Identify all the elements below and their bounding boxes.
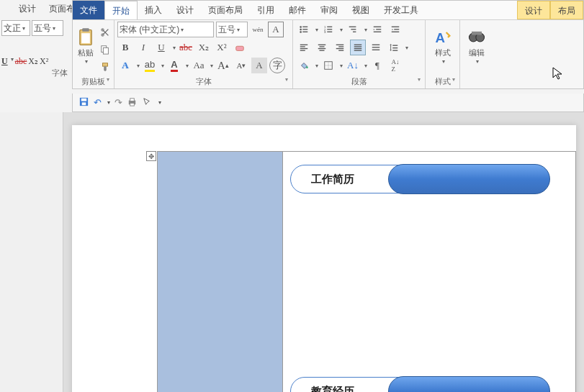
bg-strike-button[interactable]: abc: [15, 56, 27, 67]
left-gutter: [0, 112, 63, 392]
sort-button[interactable]: A↓: [345, 58, 361, 73]
tab-mail[interactable]: 邮件: [282, 1, 313, 19]
align-distribute-button[interactable]: [368, 40, 384, 55]
underline-button[interactable]: U: [153, 40, 169, 55]
phonetic-guide-button[interactable]: wén: [250, 22, 266, 37]
layout-table[interactable]: 工作简历 教育经历: [157, 151, 576, 392]
highlight-dd[interactable]: ▾: [161, 63, 164, 69]
svg-point-9: [300, 26, 302, 28]
numbering-dd[interactable]: ▾: [340, 27, 343, 33]
font-color-button[interactable]: A: [166, 58, 182, 73]
tab-dev[interactable]: 开发工具: [377, 1, 426, 19]
highlight-button[interactable]: ab: [142, 58, 158, 73]
font-size-combo[interactable]: 五号▾: [216, 22, 248, 37]
undo-dd[interactable]: ▾: [107, 99, 110, 106]
tab-home[interactable]: 开始: [104, 1, 138, 19]
font-color-dd[interactable]: ▾: [186, 63, 189, 69]
bg-font-combo[interactable]: 文正▾: [1, 20, 30, 36]
line-spacing-dd[interactable]: ▾: [405, 45, 408, 51]
shrink-font-button[interactable]: A▾: [233, 58, 249, 73]
bg-underline-dd[interactable]: ▾: [11, 56, 14, 67]
italic-button[interactable]: I: [135, 40, 151, 55]
text-effects-button[interactable]: A: [117, 58, 133, 73]
tab-context-layout[interactable]: 布局: [550, 1, 583, 19]
section-pill-2[interactable]: 教育经历: [290, 377, 549, 392]
bg-tab-design[interactable]: 设计: [13, 1, 42, 16]
save-button[interactable]: [78, 96, 89, 109]
table-side-column[interactable]: [158, 152, 283, 392]
paste-dd[interactable]: ▾: [85, 58, 88, 65]
multilevel-dd[interactable]: ▾: [364, 27, 367, 33]
group-styles: A 样式 ▾ 样式: [426, 20, 460, 88]
indent-increase-button[interactable]: [387, 22, 403, 37]
align-justify-button[interactable]: [350, 40, 366, 55]
table-main-column[interactable]: 工作简历 教育经历: [283, 152, 575, 392]
line-spacing-button[interactable]: [386, 40, 402, 55]
tab-reference[interactable]: 引用: [250, 1, 282, 19]
section-pill-2-shape[interactable]: [388, 376, 550, 392]
align-left-button[interactable]: [296, 40, 312, 55]
editing-dd[interactable]: ▾: [476, 58, 479, 65]
copy-button[interactable]: [97, 42, 113, 58]
multilevel-button[interactable]: [345, 22, 361, 37]
strike-button[interactable]: abc: [178, 40, 194, 55]
undo-button[interactable]: ↶: [94, 97, 102, 108]
numbering-button[interactable]: 123: [320, 22, 336, 37]
indent-decrease-button[interactable]: [369, 22, 385, 37]
qat-custom-button[interactable]: [142, 96, 153, 109]
shading-dd[interactable]: ▾: [315, 63, 318, 69]
clear-format-button[interactable]: [232, 40, 248, 55]
tab-design[interactable]: 设计: [169, 1, 201, 19]
shading-button[interactable]: [296, 58, 312, 73]
show-marks-button[interactable]: ¶: [369, 58, 385, 73]
borders-dd[interactable]: ▾: [340, 63, 343, 69]
bullets-dd[interactable]: ▾: [315, 27, 318, 33]
bullets-button[interactable]: [296, 22, 312, 37]
table-move-handle[interactable]: ✥: [146, 151, 156, 161]
qat-custom-dd[interactable]: ▾: [158, 99, 161, 106]
tab-review[interactable]: 审阅: [313, 1, 345, 19]
section-pill-1-shape[interactable]: [388, 164, 550, 194]
char-border-button[interactable]: A: [268, 22, 284, 37]
underline-dd[interactable]: ▾: [173, 45, 176, 51]
enclose-char-button[interactable]: 字: [269, 58, 285, 73]
bold-button[interactable]: B: [117, 40, 133, 55]
paste-button[interactable]: 粘贴 ▾: [76, 22, 96, 70]
cut-button[interactable]: [97, 24, 113, 40]
bg-underline-button[interactable]: U: [1, 56, 8, 67]
align-center-button[interactable]: [314, 40, 330, 55]
bg-superscript-button[interactable]: X²: [40, 56, 48, 67]
superscript-button[interactable]: X²: [214, 40, 230, 55]
styles-dd[interactable]: ▾: [442, 58, 445, 65]
text-effects-dd[interactable]: ▾: [137, 63, 140, 69]
grow-font-button[interactable]: A▴: [215, 58, 231, 73]
tab-view[interactable]: 视图: [345, 1, 377, 19]
sort-dd[interactable]: ▾: [364, 63, 367, 69]
editing-button[interactable]: 编辑 ▾: [463, 22, 490, 70]
format-painter-button[interactable]: [97, 59, 113, 75]
styles-button[interactable]: A 样式 ▾: [428, 22, 457, 70]
redo-button[interactable]: ↷: [114, 97, 122, 108]
tab-insert[interactable]: 插入: [138, 1, 169, 19]
svg-rect-21: [349, 27, 356, 27]
cursor-select-icon: [142, 96, 153, 107]
document-page[interactable]: ✥ 工作简历 教育经历: [72, 125, 576, 392]
change-case-dd[interactable]: ▾: [210, 63, 213, 69]
bg-subscript-button[interactable]: X₂: [28, 56, 38, 67]
section-pill-1[interactable]: 工作简历: [290, 165, 549, 193]
sort-az-button[interactable]: A↓Z: [387, 58, 403, 73]
print-preview-button[interactable]: [127, 96, 138, 109]
bg-size-combo[interactable]: 五号▾: [32, 20, 63, 36]
align-right-button[interactable]: [332, 40, 348, 55]
font-name-combo[interactable]: 宋体 (中文正文)▾: [117, 22, 214, 37]
tab-context-design[interactable]: 设计: [517, 1, 550, 19]
char-shading-button[interactable]: A: [251, 58, 267, 73]
change-case-button[interactable]: Aa: [191, 58, 207, 73]
subscript-button[interactable]: X₂: [196, 40, 212, 55]
tab-file[interactable]: 文件: [73, 1, 104, 19]
copy-icon: [100, 45, 110, 55]
svg-point-11: [300, 29, 302, 31]
borders-button[interactable]: [320, 58, 336, 73]
binoculars-icon: [467, 27, 487, 47]
tab-pagelayout[interactable]: 页面布局: [201, 1, 250, 19]
